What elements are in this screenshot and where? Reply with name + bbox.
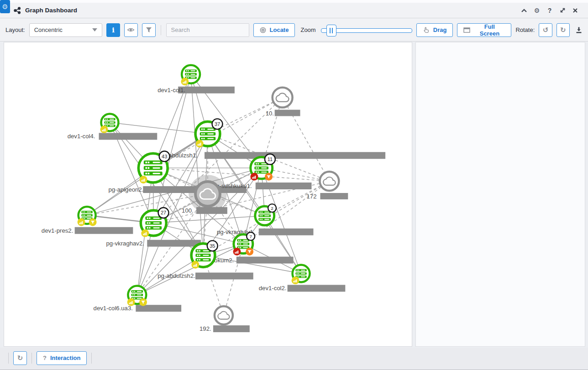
- zoom-slider-handle[interactable]: [326, 25, 336, 36]
- filter-button[interactable]: [142, 23, 156, 37]
- expand-icon[interactable]: [557, 5, 568, 16]
- close-icon[interactable]: [570, 5, 581, 16]
- fullscreen-label: Full Screen: [474, 23, 505, 37]
- interaction-label: Interaction: [50, 354, 80, 361]
- redacted-label-bar: [178, 87, 235, 94]
- filter-funnel-badge-icon: [265, 173, 273, 181]
- graph-node-pg-vkraghav1[interactable]: 2: [255, 204, 276, 225]
- layout-select[interactable]: Concentric: [29, 23, 103, 37]
- locate-button[interactable]: Locate: [253, 23, 295, 37]
- graph-dashboard-window: ⚙ Graph Dashboard ⚙ ?: [0, 0, 588, 370]
- redacted-label-bar: [275, 110, 300, 116]
- refresh-button[interactable]: ↻: [13, 351, 27, 365]
- monitor-chart-badge-icon: [292, 276, 299, 284]
- monitor-chart-badge-icon: [140, 176, 147, 183]
- zoom-slider[interactable]: [321, 24, 412, 36]
- question-mark-icon: ?: [43, 354, 47, 361]
- monitor-chart-badge-icon: [250, 173, 258, 181]
- details-panel: [415, 42, 585, 347]
- graph-node-cloud-100[interactable]: [195, 182, 220, 206]
- visibility-button[interactable]: [124, 23, 138, 37]
- bottombar-separator: [91, 353, 92, 364]
- node-label: 100.: [182, 207, 194, 214]
- redacted-label-bar: [196, 207, 227, 214]
- svg-text:2: 2: [271, 206, 273, 211]
- info-button[interactable]: i: [106, 23, 120, 37]
- titlebar: Graph Dashboard ⚙ ?: [0, 3, 588, 18]
- svg-text:35: 35: [210, 243, 215, 249]
- node-label: 172: [307, 193, 317, 200]
- filter-funnel-badge-icon: [89, 219, 97, 226]
- server-icon: [185, 70, 197, 79]
- rotate-ccw-icon: ↺: [543, 26, 549, 34]
- redacted-label-bar: [320, 193, 348, 199]
- eye-icon: [127, 27, 135, 33]
- locate-label: Locate: [270, 26, 289, 33]
- help-icon[interactable]: ?: [544, 5, 555, 16]
- server-icon: [144, 161, 163, 176]
- redacted-label-bar: [147, 240, 201, 247]
- chevron-down-icon: [92, 28, 97, 31]
- gear-icon: ⚙: [2, 3, 8, 11]
- node-label: 192.: [200, 325, 211, 332]
- node-label: pg-apigeon2.: [108, 186, 143, 193]
- redacted-label-bar: [75, 227, 133, 234]
- drag-button[interactable]: Drag: [416, 23, 453, 37]
- graph-edge: [137, 244, 243, 295]
- graph-node-dev1-col2[interactable]: [292, 265, 310, 285]
- graph-node-cloud-10[interactable]: [273, 88, 293, 108]
- corner-settings-chip[interactable]: ⚙: [0, 0, 10, 13]
- svg-text:37: 37: [215, 121, 220, 127]
- node-label: dev1-pres2.: [42, 227, 74, 234]
- graph-node-cloud-192[interactable]: [215, 306, 233, 324]
- node-label: 10.: [266, 110, 274, 117]
- filter-funnel-badge-icon: [139, 298, 147, 306]
- rotate-ccw-button[interactable]: ↺: [539, 23, 552, 37]
- graph-node-cloud-172[interactable]: [320, 172, 339, 191]
- page-title: Graph Dashboard: [25, 7, 77, 14]
- graph-node-pg-abdulzsh1[interactable]: 37: [195, 119, 222, 147]
- server-icon: [145, 216, 162, 229]
- server-icon: [258, 211, 271, 221]
- settings-gear-icon[interactable]: ⚙: [531, 5, 542, 16]
- monitor-chart-badge-icon: [100, 125, 108, 133]
- server-icon: [237, 239, 249, 249]
- node-label: dev1-col6.ua3.: [94, 305, 133, 312]
- server-icon: [295, 269, 306, 278]
- download-icon[interactable]: [575, 26, 583, 34]
- interaction-button[interactable]: ? Interaction: [37, 351, 87, 365]
- monitor-chart-badge-icon: [141, 229, 149, 237]
- toolbar-separator: [161, 25, 161, 35]
- fullscreen-button[interactable]: Full Screen: [457, 23, 511, 37]
- server-icon: [104, 118, 115, 127]
- monitor-chart-badge-icon: [191, 261, 199, 269]
- monitor-chart-badge-icon: [196, 140, 204, 147]
- node-label: pg-abdulzsh2.: [158, 272, 195, 279]
- server-icon: [200, 128, 215, 141]
- redacted-label-bar: [288, 285, 346, 292]
- share-icon: [14, 7, 21, 14]
- graph-edge: [224, 244, 243, 316]
- monitor-chart-badge-icon: [233, 248, 241, 255]
- filter-funnel-badge-icon: [246, 248, 253, 255]
- node-count-badge: 11: [265, 154, 275, 165]
- rotate-cw-button[interactable]: ↻: [556, 23, 570, 37]
- server-icon: [195, 249, 210, 261]
- node-count-badge: 43: [159, 151, 170, 162]
- node-label: pg-vkraghav2.: [106, 240, 144, 247]
- toolbar: Layout: Concentric i Locate: [0, 19, 588, 42]
- topology-canvas[interactable]: dev1-col1.dev1-col4.pg-abdulzsh1.pg-apig…: [4, 42, 412, 346]
- search-input[interactable]: [166, 23, 249, 37]
- monitor-chart-badge-icon: [127, 298, 135, 306]
- graph-node-dev1-pres2[interactable]: [78, 207, 97, 226]
- graph-node-dev1-col6ua3[interactable]: [127, 286, 147, 306]
- monitor-chart-badge-icon: [181, 78, 189, 85]
- redacted-label-bar: [213, 325, 250, 332]
- collapse-chevron-up-icon[interactable]: [519, 5, 530, 16]
- redacted-label-bar: [236, 257, 294, 264]
- window-icon: [463, 27, 470, 33]
- funnel-icon: [146, 27, 152, 33]
- node-label: dev1-col2.: [259, 285, 287, 292]
- info-icon: i: [112, 26, 115, 34]
- layout-select-value: Concentric: [34, 26, 63, 33]
